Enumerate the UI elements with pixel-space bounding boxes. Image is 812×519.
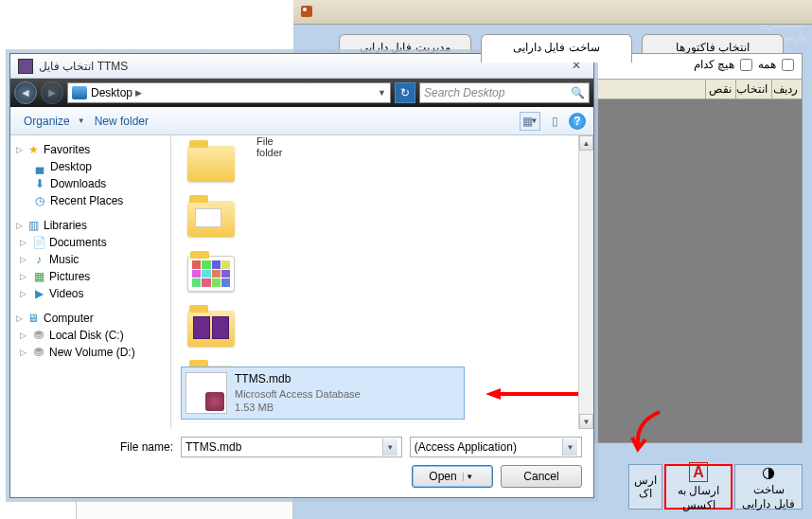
access-icon: A	[689, 462, 708, 482]
folder-item[interactable]	[181, 247, 241, 300]
arrow-left-icon: ◄	[20, 86, 31, 99]
tab-build-asset[interactable]: ساخت فایل دارایی	[481, 34, 632, 63]
tree-cdrive[interactable]: ▷⛃Local Disk (C:)	[14, 327, 167, 344]
grid-header-defect[interactable]: نقص	[705, 80, 735, 98]
chevron-down-icon[interactable]: ▼	[463, 473, 476, 481]
chevron-right-icon[interactable]: ▶	[135, 88, 142, 98]
filter-none-label: هیچ کدام	[694, 58, 734, 71]
file-type-label: File folder	[256, 135, 283, 158]
tree-recent[interactable]: ◷Recent Places	[14, 192, 167, 209]
filename-input[interactable]: TTMS.mdb ▼	[181, 437, 402, 457]
desktop-icon	[72, 86, 87, 99]
expand-icon[interactable]: ▷	[20, 289, 26, 298]
filter-all-checkbox[interactable]	[782, 59, 794, 71]
app-toolbar	[293, 0, 812, 25]
filter-all-label: همه	[758, 58, 776, 71]
navigation-tree: ▷★Favorites ▄Desktop ⬇Downloads ◷Recent …	[10, 135, 171, 429]
nav-forward-button[interactable]: ►	[41, 81, 63, 104]
build-icon: ◑	[762, 463, 775, 481]
open-button[interactable]: Open ▼	[412, 465, 493, 488]
tree-ddrive[interactable]: ▷⛃New Volume (D:)	[14, 344, 167, 361]
access-key-icon	[205, 392, 224, 411]
preview-pane-button[interactable]: ▯	[544, 112, 565, 131]
action-buttons: ◑ ساخت فایل دارایی A ارسال به اکسس ارس ا…	[628, 464, 803, 510]
selected-file-size: 1.53 MB	[235, 401, 361, 414]
chevron-down-icon[interactable]: ▼	[78, 116, 85, 125]
expand-icon[interactable]: ▷	[16, 145, 23, 154]
selected-file-type: Microsoft Access Database	[235, 387, 361, 401]
dialog-app-icon	[18, 59, 33, 74]
dialog-nav-bar: ◄ ► Desktop ▶ ▼ ↻ Search Desktop 🔍	[10, 79, 593, 107]
file-list: File folder TTMS.mdb Microsoft Access Da…	[171, 135, 593, 429]
new-folder-button[interactable]: New folder	[89, 113, 154, 130]
help-icon: ?	[574, 115, 580, 128]
preview-icon: ▯	[552, 115, 558, 128]
videos-icon: ▶	[32, 287, 45, 300]
expand-icon[interactable]: ▷	[20, 238, 26, 247]
recent-icon: ◷	[33, 194, 46, 207]
filter-none-checkbox[interactable]	[740, 59, 752, 71]
cancel-button[interactable]: Cancel	[501, 465, 582, 488]
dialog-body: ▷★Favorites ▄Desktop ⬇Downloads ◷Recent …	[10, 135, 593, 429]
expand-icon[interactable]: ▷	[20, 348, 26, 357]
arrow-right-icon: ►	[46, 86, 58, 99]
build-asset-file-button[interactable]: ◑ ساخت فایل دارایی	[734, 464, 803, 510]
pictures-icon: ▦	[32, 270, 45, 283]
tree-documents[interactable]: ▷📄Documents	[14, 234, 167, 251]
mdb-file-icon	[185, 372, 227, 414]
chevron-down-icon[interactable]: ▼	[531, 116, 538, 125]
folder-item[interactable]	[181, 137, 241, 190]
dialog-toolbar: Organize ▼ New folder ▦▼ ▯ ?	[10, 107, 593, 135]
grid-header-row[interactable]: ردیف	[771, 80, 802, 98]
filter-bar: همه هیچ کدام	[694, 58, 794, 71]
chevron-down-icon[interactable]: ▼	[382, 438, 397, 456]
nav-back-button[interactable]: ◄	[14, 81, 37, 104]
expand-icon[interactable]: ▷	[20, 255, 26, 264]
path-dropdown-icon[interactable]: ▼	[378, 88, 386, 98]
downloads-icon: ⬇	[33, 177, 46, 190]
desktop-icon: ▄	[33, 160, 46, 173]
dialog-footer: File name: TTMS.mdb ▼ (Access Applicatio…	[10, 429, 593, 495]
tree-libraries[interactable]: ▷▥Libraries	[14, 217, 167, 234]
folder-item[interactable]	[181, 192, 241, 245]
file-item-selected[interactable]: TTMS.mdb Microsoft Access Database 1.53 …	[181, 367, 465, 420]
tree-computer[interactable]: ▷🖥Computer	[14, 310, 167, 327]
search-icon: 🔍	[571, 86, 585, 99]
send-button-partial[interactable]: ارس اک	[628, 464, 662, 510]
grid-header-select[interactable]: انتخاب	[735, 80, 771, 98]
expand-icon[interactable]: ▷	[20, 272, 26, 281]
drive-icon: ⛃	[32, 329, 45, 342]
svg-rect-0	[301, 6, 312, 17]
vertical-scrollbar[interactable]: ▲ ▼	[578, 135, 593, 429]
tree-music[interactable]: ▷♪Music	[14, 251, 167, 268]
view-mode-button[interactable]: ▦▼	[520, 112, 540, 131]
folder-item[interactable]	[181, 302, 241, 355]
scroll-down-button[interactable]: ▼	[579, 414, 593, 429]
chevron-down-icon[interactable]: ▼	[562, 438, 577, 456]
refresh-button[interactable]: ↻	[395, 82, 415, 103]
search-input[interactable]: Search Desktop 🔍	[419, 82, 590, 103]
selected-file-name: TTMS.mdb	[235, 372, 361, 387]
libraries-icon: ▥	[26, 219, 40, 232]
drive-icon: ⛃	[32, 346, 45, 359]
file-open-dialog: انتخاب فایل TTMS ✕ ◄ ► Desktop ▶ ▼ ↻ Sea…	[9, 53, 594, 498]
file-type-filter[interactable]: (Access Application) ▼	[410, 437, 582, 457]
help-button[interactable]: ?	[569, 113, 586, 130]
expand-icon[interactable]: ▷	[16, 313, 23, 323]
tree-downloads[interactable]: ⬇Downloads	[14, 175, 167, 192]
path-segment[interactable]: Desktop	[91, 86, 132, 99]
tree-videos[interactable]: ▷▶Videos	[14, 285, 167, 302]
organize-menu[interactable]: Organize	[18, 113, 76, 130]
address-bar[interactable]: Desktop ▶ ▼	[67, 82, 391, 103]
tree-desktop[interactable]: ▄Desktop	[14, 158, 167, 175]
expand-icon[interactable]: ▷	[20, 331, 26, 340]
tree-favorites[interactable]: ▷★Favorites	[14, 141, 167, 158]
svg-point-1	[303, 8, 307, 11]
send-to-access-button[interactable]: A ارسال به اکسس	[664, 464, 733, 510]
tree-pictures[interactable]: ▷▦Pictures	[14, 268, 167, 285]
computer-icon: 🖥	[26, 312, 40, 325]
expand-icon[interactable]: ▷	[16, 221, 23, 230]
scroll-up-button[interactable]: ▲	[579, 135, 593, 151]
search-placeholder: Search Desktop	[424, 86, 504, 99]
app-toolbar-icon	[299, 4, 314, 19]
